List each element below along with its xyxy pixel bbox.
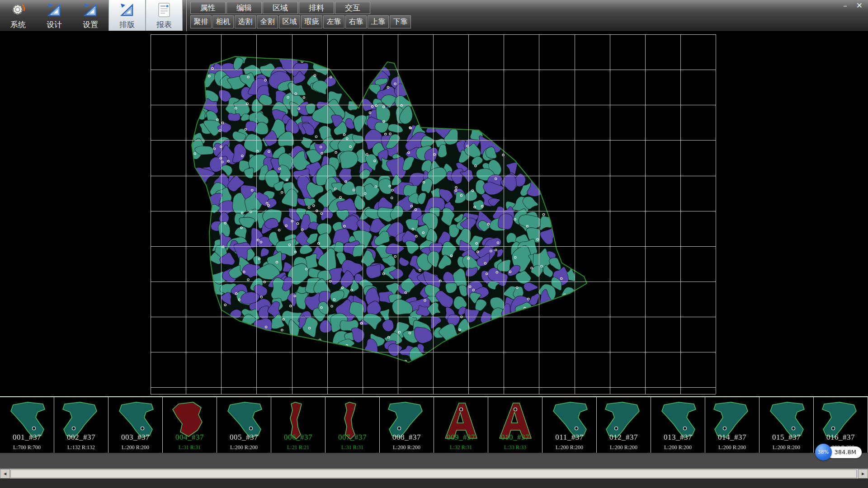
part-thumbnail-canvas xyxy=(705,397,759,453)
thumbnail-cell-003_#37[interactable]: 003_#37L:200 R:200 xyxy=(108,397,163,453)
thumbnail-cell-006_#37[interactable]: 006_#37L:21 R:21 xyxy=(271,397,326,453)
close-button[interactable]: ✕ xyxy=(856,1,863,9)
setup-icon xyxy=(83,1,98,19)
progress-circle: 38% xyxy=(815,444,832,460)
status-bar xyxy=(0,453,868,469)
menu-area: 属性编辑区域排料交互 聚排相机选割全割区域瑕疵左靠右靠上靠下靠 xyxy=(186,0,411,31)
launcher-label: 排版 xyxy=(119,19,135,30)
part-thumbnail-canvas xyxy=(760,397,813,453)
launcher-system[interactable]: 系统 xyxy=(0,0,36,31)
launcher-group: 系统设计设置排版报表 xyxy=(0,0,868,31)
window-controls: – ✕ xyxy=(843,1,863,9)
workspace xyxy=(0,31,868,396)
tool-button-camera[interactable]: 相机 xyxy=(212,15,234,28)
thumbnail-cell-008_#37[interactable]: 008_#37L:200 R:200 xyxy=(380,397,434,453)
thumbnail-cell-004_#37[interactable]: 004_#37L:31 R:31 xyxy=(163,397,217,453)
parts-strip: 001_#37L:700 R:700002_#37L:132 R:132003_… xyxy=(0,396,868,453)
menu-tab-region[interactable]: 区域 xyxy=(263,2,298,14)
thumbnail-cell-012_#37[interactable]: 012_#37L:200 R:200 xyxy=(597,397,651,453)
ribbon-toolbar: 系统设计设置排版报表 属性编辑区域排料交互 聚排相机选割全割区域瑕疵左靠右靠上靠… xyxy=(0,0,868,31)
tool-button-row: 聚排相机选割全割区域瑕疵左靠右靠上靠下靠 xyxy=(190,15,411,28)
thumbnail-cell-009_#37[interactable]: 009_#37L:32 R:31 xyxy=(434,397,488,453)
tool-button-cut-all[interactable]: 全割 xyxy=(257,15,278,28)
horizontal-scrollbar[interactable]: ◀ ▶ xyxy=(0,469,868,479)
thumbnail-cell-010_#37[interactable]: 010_#37L:33 R:33 xyxy=(488,397,542,453)
part-thumbnail-canvas xyxy=(108,397,162,453)
minimize-button[interactable]: – xyxy=(843,1,847,9)
memory-indicator: 384.8M xyxy=(827,446,862,458)
tool-button-cut-selected[interactable]: 选割 xyxy=(235,15,256,28)
bottom-filler xyxy=(0,479,868,488)
part-thumbnail-canvas xyxy=(326,397,379,453)
part-thumbnail-canvas xyxy=(597,397,651,453)
menu-tab-row: 属性编辑区域排料交互 xyxy=(190,2,411,14)
thumbnail-cell-013_#37[interactable]: 013_#37L:200 R:200 xyxy=(651,397,705,453)
part-thumbnail-canvas xyxy=(651,397,705,453)
launcher-report[interactable]: 报表 xyxy=(146,0,183,31)
scroll-right-arrow[interactable]: ▶ xyxy=(858,469,868,479)
menu-tab-properties[interactable]: 属性 xyxy=(190,2,226,14)
launcher-label: 设计 xyxy=(47,19,62,30)
menu-tab-nest[interactable]: 排料 xyxy=(299,2,334,14)
launcher-label: 设置 xyxy=(83,19,98,30)
progress-badge: 38% 384.8M xyxy=(815,444,862,460)
tool-button-align-left[interactable]: 左靠 xyxy=(323,15,344,28)
launcher-settings[interactable]: 设置 xyxy=(72,0,108,31)
nesting-icon xyxy=(119,1,135,19)
design-icon xyxy=(47,1,62,19)
nesting-canvas[interactable] xyxy=(0,31,868,396)
thumbnail-cell-001_#37[interactable]: 001_#37L:700 R:700 xyxy=(0,397,54,453)
scroll-left-arrow[interactable]: ◀ xyxy=(0,469,10,479)
part-thumbnail-canvas xyxy=(271,397,325,453)
launcher-label: 系统 xyxy=(10,19,26,30)
menu-tab-interact[interactable]: 交互 xyxy=(335,2,370,14)
launcher-design[interactable]: 设计 xyxy=(36,0,72,31)
report-icon xyxy=(157,1,171,19)
scrollbar-thumb[interactable] xyxy=(10,469,857,478)
app-window: 系统设计设置排版报表 属性编辑区域排料交互 聚排相机选割全割区域瑕疵左靠右靠上靠… xyxy=(0,0,868,488)
part-thumbnail-canvas xyxy=(380,397,434,453)
part-thumbnail-canvas xyxy=(163,397,217,453)
part-thumbnail-canvas xyxy=(542,397,596,453)
gear-icon xyxy=(10,1,26,19)
part-thumbnail-canvas xyxy=(54,397,108,453)
menu-tab-edit[interactable]: 编辑 xyxy=(226,2,262,14)
thumbnail-cell-014_#37[interactable]: 014_#37L:200 R:200 xyxy=(705,397,760,453)
part-thumbnail-canvas xyxy=(434,397,488,453)
launcher-nesting[interactable]: 排版 xyxy=(108,0,146,31)
thumbnail-cell-011_#37[interactable]: 011_#37L:200 R:200 xyxy=(542,397,597,453)
part-thumbnail-canvas xyxy=(488,397,542,453)
tool-button-region[interactable]: 区域 xyxy=(279,15,300,28)
tool-button-align-right[interactable]: 右靠 xyxy=(345,15,367,28)
thumbnail-cell-002_#37[interactable]: 002_#37L:132 R:132 xyxy=(54,397,108,453)
part-thumbnail-canvas xyxy=(217,397,271,453)
tool-button-align-top[interactable]: 上靠 xyxy=(368,15,389,28)
tool-button-cluster-nest[interactable]: 聚排 xyxy=(190,15,212,28)
launcher-label: 报表 xyxy=(156,19,172,30)
part-thumbnail-canvas xyxy=(0,397,54,453)
tool-button-align-bottom[interactable]: 下靠 xyxy=(390,15,411,28)
tool-button-defect[interactable]: 瑕疵 xyxy=(301,15,322,28)
thumbnail-cell-007_#37[interactable]: 007_#37L:31 R:31 xyxy=(326,397,380,453)
thumbnail-cell-005_#37[interactable]: 005_#37L:200 R:200 xyxy=(217,397,271,453)
thumbnail-cell-015_#37[interactable]: 015_#37L:200 R:200 xyxy=(760,397,814,453)
